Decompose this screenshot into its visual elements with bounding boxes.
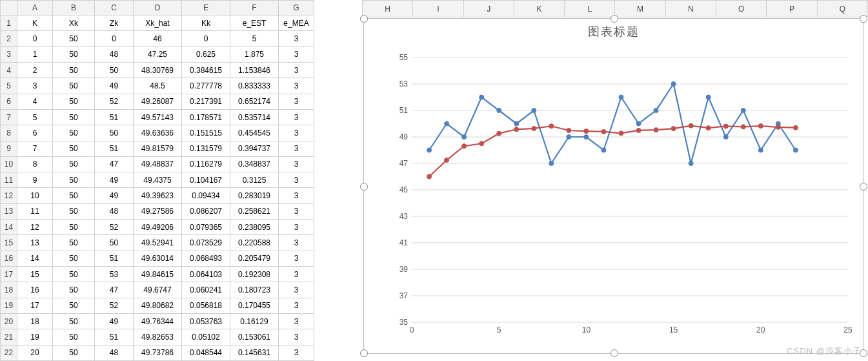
cell[interactable]: 50 [95, 125, 134, 141]
row-header[interactable]: 9 [1, 141, 17, 156]
col-header-C[interactable]: C [95, 1, 134, 15]
cell[interactable]: 47.25 [134, 46, 182, 62]
cell[interactable]: 0.09434 [182, 188, 230, 203]
cell[interactable]: 0.652174 [230, 94, 279, 109]
col-header-Q[interactable]: Q [817, 1, 867, 17]
row-header[interactable]: 4 [1, 62, 17, 77]
cell[interactable]: 50 [53, 220, 95, 235]
cell[interactable]: 3 [279, 345, 314, 360]
cell[interactable]: 3 [279, 46, 314, 62]
cell[interactable]: 0.064103 [182, 267, 230, 282]
cell[interactable]: 20 [17, 345, 53, 360]
cell[interactable]: 50 [53, 46, 95, 62]
cell[interactable]: 0.3125 [230, 172, 279, 188]
cell[interactable]: 49.27586 [134, 203, 182, 219]
cell[interactable]: 50 [53, 345, 95, 360]
cell[interactable]: 52 [95, 298, 134, 313]
cell[interactable]: 5 [230, 31, 279, 46]
cell[interactable]: 50 [53, 235, 95, 251]
cell[interactable]: 0.192308 [230, 267, 279, 282]
col-header-D[interactable]: D [134, 1, 182, 15]
cell[interactable]: 0.535714 [230, 109, 279, 125]
cell[interactable]: 3 [279, 313, 314, 329]
cell[interactable]: 0.217391 [182, 94, 230, 109]
cell[interactable]: Xk [53, 15, 95, 31]
cell[interactable]: 0.048544 [182, 345, 230, 360]
cell[interactable]: 0 [182, 31, 230, 46]
cell[interactable]: 49.39623 [134, 188, 182, 203]
cell[interactable]: 50 [53, 313, 95, 329]
col-header-L[interactable]: L [565, 1, 615, 17]
cell[interactable]: 10 [17, 188, 53, 203]
row-header[interactable]: 7 [1, 109, 17, 125]
cell[interactable]: 15 [17, 267, 53, 282]
resize-handle-icon[interactable] [611, 349, 618, 357]
cell[interactable]: 3 [279, 125, 314, 141]
resize-handle-icon[interactable] [611, 15, 618, 23]
cell[interactable]: 49.4375 [134, 172, 182, 188]
cell[interactable]: 48 [95, 345, 134, 360]
row-header[interactable]: 18 [1, 282, 17, 298]
cell[interactable]: 50 [53, 94, 95, 109]
cell[interactable]: 3 [279, 172, 314, 188]
cell[interactable]: 49.26087 [134, 94, 182, 109]
cell[interactable]: 52 [95, 220, 134, 235]
cell[interactable]: 0.258621 [230, 203, 279, 219]
cell[interactable]: 3 [279, 203, 314, 219]
cell[interactable]: 50 [53, 156, 95, 172]
cell[interactable]: Zk [95, 15, 134, 31]
cell[interactable]: 49.63014 [134, 251, 182, 266]
cell[interactable]: 50 [53, 251, 95, 266]
row-header[interactable]: 6 [1, 94, 17, 109]
col-header-B[interactable]: B [53, 1, 95, 15]
col-header-K[interactable]: K [514, 1, 564, 17]
row-header[interactable]: 17 [1, 267, 17, 282]
cell[interactable]: 18 [17, 313, 53, 329]
row-header[interactable]: 13 [1, 203, 17, 219]
cell[interactable]: 48.30769 [134, 62, 182, 77]
cell[interactable]: 49.73786 [134, 345, 182, 360]
cell[interactable]: 0.348837 [230, 156, 279, 172]
cell[interactable]: 51 [95, 329, 134, 345]
cell[interactable]: 48 [95, 46, 134, 62]
cell[interactable]: 51 [95, 109, 134, 125]
cell[interactable]: 52 [95, 94, 134, 109]
cell[interactable]: 3 [17, 78, 53, 94]
cell[interactable]: 0.079365 [182, 220, 230, 235]
cell[interactable]: 50 [53, 329, 95, 345]
cell[interactable]: 0.104167 [182, 172, 230, 188]
cell[interactable]: 13 [17, 235, 53, 251]
cell[interactable]: 50 [53, 298, 95, 313]
cell[interactable]: 11 [17, 203, 53, 219]
cell[interactable]: 49.6747 [134, 282, 182, 298]
cell[interactable]: 0.145631 [230, 345, 279, 360]
cell[interactable]: 0.073529 [182, 235, 230, 251]
cell[interactable]: 5 [17, 109, 53, 125]
cell[interactable]: 0.178571 [182, 109, 230, 125]
cell[interactable]: 0.625 [182, 46, 230, 62]
cell[interactable]: 3 [279, 298, 314, 313]
cell[interactable]: 50 [53, 31, 95, 46]
select-all-corner[interactable] [1, 1, 17, 15]
cell[interactable]: 3 [279, 267, 314, 282]
cell[interactable]: 3 [279, 141, 314, 156]
resize-handle-icon[interactable] [360, 183, 368, 191]
cell[interactable]: 8 [17, 156, 53, 172]
cell[interactable]: 3 [279, 31, 314, 46]
col-header-O[interactable]: O [716, 1, 767, 17]
cell[interactable]: 0.068493 [182, 251, 230, 266]
cell[interactable]: 16 [17, 282, 53, 298]
row-header[interactable]: 19 [1, 298, 17, 313]
cell[interactable]: 50 [53, 267, 95, 282]
cell[interactable]: 0.060241 [182, 282, 230, 298]
resize-handle-icon[interactable] [860, 349, 867, 357]
cell[interactable]: 3 [279, 282, 314, 298]
resize-handle-icon[interactable] [360, 349, 368, 357]
cell[interactable]: 49 [95, 313, 134, 329]
row-header[interactable]: 21 [1, 329, 17, 345]
cell[interactable]: 48 [95, 203, 134, 219]
spreadsheet[interactable]: A B C D E F G 1KXkZkXk_hatKke_ESTe_MEA20… [0, 0, 314, 361]
cell[interactable]: 50 [53, 203, 95, 219]
resize-handle-icon[interactable] [860, 15, 867, 23]
cell[interactable]: 12 [17, 220, 53, 235]
